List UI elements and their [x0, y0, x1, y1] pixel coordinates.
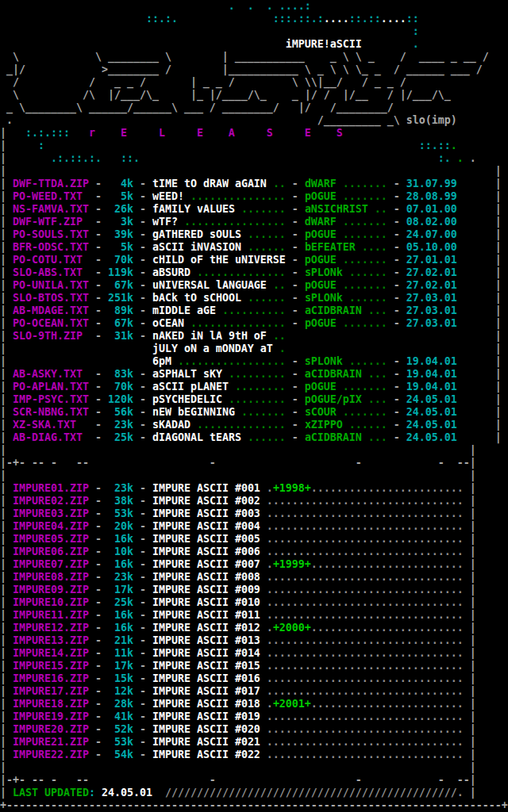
impure-row: | IMPURE20.ZIP - 52k - IMPURE ASCII #020… [0, 723, 508, 736]
impure-file-link[interactable]: IMPURE07.ZIP [13, 558, 95, 570]
impure-file-link[interactable]: IMPURE10.ZIP [13, 596, 95, 608]
impure-file-link[interactable]: IMPURE04.ZIP [13, 520, 95, 532]
file-size: 4k [108, 178, 133, 190]
release-file-link[interactable]: DWF-WTF.ZIP [13, 216, 95, 228]
impure-title: IMPURE ASCII #004 [152, 520, 260, 532]
text-run: - [133, 406, 152, 418]
header-art-line-8: _ \________\ ______/______\ ___ / ______… [0, 102, 508, 114]
header-art-line-1: ::.:. :::.::.:....::.::....:: [0, 13, 508, 25]
impure-file-link[interactable]: IMPURE05.ZIP [13, 533, 95, 545]
text-run: - [387, 431, 406, 443]
file-size: 16k [108, 558, 133, 570]
release-file-link[interactable]: SLO-ABS.TXT [13, 266, 95, 278]
text-run: ................ [184, 216, 286, 228]
release-file-link[interactable]: XZ-SKA.TXT [13, 419, 95, 431]
release-file-link[interactable]: NS-FAMVA.TXT [13, 203, 95, 215]
text-run: - [387, 228, 406, 240]
release-title: fAMILY vALUES [152, 203, 241, 215]
release-file-link[interactable]: AB-MDAGE.TXT [13, 304, 95, 316]
release-title: bACk tO sCHOOL [152, 292, 248, 304]
release-file-link[interactable]: PO-OCEAN.TXT [13, 317, 95, 329]
impure-file-link[interactable]: IMPURE17.ZIP [13, 685, 95, 697]
text-run: | [464, 495, 476, 507]
file-size: 83k [108, 368, 133, 380]
release-group: sPLONk [305, 355, 349, 367]
text-run: - [286, 178, 305, 190]
text-run: | [0, 584, 13, 596]
text-run: - [133, 368, 152, 380]
text-run: - [387, 406, 406, 418]
text-run: - [95, 698, 108, 710]
release-title: oCEAN [152, 317, 190, 329]
release-title: nAKED iN lA 9tH oF [152, 330, 273, 342]
release-file-link[interactable]: SLO-9TH.ZIP [13, 330, 95, 342]
impure-file-link[interactable]: IMPURE16.ZIP [13, 672, 95, 684]
impure-file-link[interactable]: IMPURE12.ZIP [13, 622, 95, 634]
text-run: ............... [190, 317, 286, 329]
impure-file-link[interactable]: IMPURE15.ZIP [13, 660, 95, 672]
impure-title: IMPURE ASCII #012 [152, 622, 260, 634]
release-group: aCIDBRAIN [305, 304, 368, 316]
release-file-link[interactable]: PO-UNILA.TXT [13, 279, 95, 291]
impure-file-link[interactable]: IMPURE21.ZIP [13, 736, 95, 748]
release-file-link[interactable]: PO-WEED.TXT [13, 190, 95, 202]
impure-file-link[interactable]: IMPURE06.ZIP [13, 546, 95, 557]
text-run: / / _ _ / | _ _ / \ \\|__/ / _ _ / [0, 76, 406, 88]
text-run: - [286, 190, 305, 202]
impure-file-link[interactable]: IMPURE14.ZIP [13, 647, 95, 659]
release-file-link[interactable]: SCR-NBNG.TXT [13, 406, 95, 418]
release-title: aBSURD [152, 266, 197, 278]
text-run: . [362, 38, 419, 50]
impure-row: | IMPURE16.ZIP - 15k - IMPURE ASCII #016… [0, 672, 508, 685]
impure-file-link[interactable]: IMPURE11.ZIP [13, 609, 95, 621]
text-run: ............................... [260, 634, 464, 646]
text-run: ............................... [260, 596, 464, 608]
impure-file-link[interactable]: IMPURE19.ZIP [13, 710, 95, 722]
text-run: - [133, 266, 152, 278]
impure-title: IMPURE ASCII #018 [152, 698, 260, 710]
text-run: | [457, 393, 502, 405]
file-size: 54k [108, 749, 133, 760]
text-run: - [95, 190, 108, 202]
text-run: - [95, 330, 108, 342]
text-run: - [133, 533, 152, 545]
release-file-link[interactable]: IMP-PSYC.TXT [13, 393, 95, 405]
text-run: - [95, 546, 108, 557]
text-run: ...... [349, 355, 387, 367]
impure-file-link[interactable]: IMPURE09.ZIP [13, 584, 95, 596]
text-run: - [95, 558, 108, 570]
release-file-link[interactable]: BFR-ODSC.TXT [13, 241, 95, 253]
release-file-link[interactable]: DWF-TTDA.ZIP [13, 178, 95, 190]
text-run: - [133, 622, 152, 634]
impure-file-link[interactable]: IMPURE01.ZIP [13, 482, 95, 494]
impure-file-link[interactable]: IMPURE18.ZIP [13, 698, 95, 710]
text-run: - [133, 203, 152, 215]
file-size: 53k [108, 736, 133, 748]
impure-title: IMPURE ASCII #019 [152, 710, 260, 722]
text-run: | [0, 596, 13, 608]
text-run: | [0, 228, 13, 240]
impure-file-link[interactable]: IMPURE22.ZIP [13, 749, 95, 760]
impure-file-link[interactable]: IMPURE08.ZIP [13, 571, 95, 583]
impure-file-link[interactable]: IMPURE02.ZIP [13, 495, 95, 507]
text-run: - [95, 672, 108, 684]
file-size: 5k [108, 190, 133, 202]
impure-row: | IMPURE18.ZIP - 28k - IMPURE ASCII #018… [0, 698, 508, 710]
text-run: ........................ [311, 698, 464, 710]
impure-file-link[interactable]: IMPURE20.ZIP [13, 723, 95, 735]
release-file-link[interactable]: PO-APLAN.TXT [13, 381, 95, 393]
text-run: | [0, 152, 6, 164]
release-file-link[interactable]: AB-DIAG.TXT [13, 431, 95, 443]
release-file-link[interactable]: SLO-BTOS.TXT [13, 292, 95, 304]
impure-row: | IMPURE03.ZIP - 53k - IMPURE ASCII #003… [0, 508, 508, 520]
file-size: 15k [108, 672, 133, 684]
file-size: 11k [108, 647, 133, 659]
text-run: | [464, 508, 476, 519]
impure-file-link[interactable]: IMPURE13.ZIP [13, 634, 95, 646]
impure-file-link[interactable]: IMPURE03.ZIP [13, 508, 95, 519]
text-run: | [0, 685, 13, 697]
text-run: | [0, 482, 13, 494]
release-file-link[interactable]: PO-COTU.TXT [13, 254, 95, 266]
release-file-link[interactable]: AB-ASKY.TXT [13, 368, 95, 380]
release-file-link[interactable]: PO-SOULS.TXT [13, 228, 95, 240]
